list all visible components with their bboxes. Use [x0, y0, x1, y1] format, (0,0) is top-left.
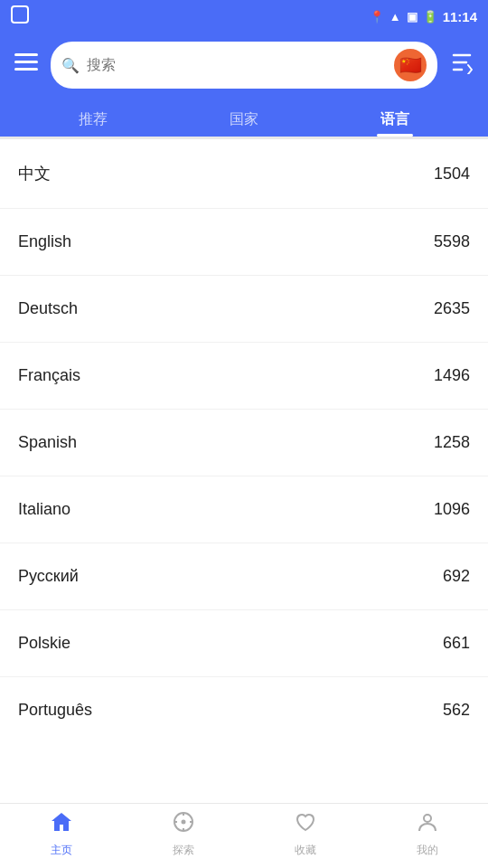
person-icon [416, 810, 439, 839]
nav-home-label: 主页 [51, 843, 72, 858]
language-count: 1258 [434, 433, 470, 452]
time-display: 11:14 [443, 9, 477, 24]
nav-favorite[interactable]: 收藏 [244, 810, 366, 862]
language-count: 661 [443, 634, 470, 653]
svg-point-8 [182, 821, 184, 824]
language-name: Deutsch [18, 299, 78, 318]
nav-home[interactable]: 主页 [0, 810, 122, 862]
wifi-icon: ▲ [389, 10, 401, 24]
location-icon: 📍 [370, 10, 384, 24]
menu-button[interactable] [11, 50, 42, 80]
sort-button[interactable] [446, 47, 477, 83]
status-square-icon [11, 5, 29, 26]
header: 🔍 🇨🇳 [0, 33, 488, 101]
language-name: Français [18, 366, 80, 385]
heart-icon [294, 810, 317, 839]
list-item[interactable]: Polskie 661 [0, 610, 488, 677]
language-name: Português [18, 701, 92, 720]
language-list: 中文 1504 English 5598 Deutsch 2635 França… [0, 139, 488, 797]
language-count: 1096 [434, 500, 470, 519]
language-name: 中文 [18, 163, 51, 184]
status-icons: 📍 ▲ ▣ 🔋 11:14 [370, 9, 477, 24]
tab-bar: 推荐 国家 语言 [0, 101, 488, 137]
list-item[interactable]: Deutsch 2635 [0, 276, 488, 343]
svg-point-13 [424, 815, 431, 822]
home-icon [50, 810, 73, 839]
list-item[interactable]: Français 1496 [0, 343, 488, 410]
nav-explore-label: 探索 [173, 843, 194, 858]
nav-explore[interactable]: 探索 [122, 810, 244, 862]
svg-rect-2 [14, 61, 38, 63]
tab-country[interactable]: 国家 [169, 101, 320, 137]
list-item[interactable]: English 5598 [0, 209, 488, 276]
flag-emoji: 🇨🇳 [399, 54, 422, 76]
signal-icon: ▣ [407, 10, 418, 24]
list-item[interactable]: Русский 692 [0, 543, 488, 610]
language-count: 5598 [434, 232, 470, 251]
list-item[interactable]: Português 562 [0, 677, 488, 743]
tab-language[interactable]: 语言 [319, 101, 470, 137]
nav-profile[interactable]: 我的 [366, 810, 488, 862]
list-item[interactable]: Spanish 1258 [0, 410, 488, 476]
nav-favorite-label: 收藏 [295, 843, 316, 858]
list-item[interactable]: 中文 1504 [0, 139, 488, 209]
language-count: 562 [443, 701, 470, 720]
language-name: Italiano [18, 500, 70, 519]
language-name: Русский [18, 567, 79, 586]
bottom-nav: 主页 探索 收藏 我的 [0, 803, 488, 868]
language-count: 2635 [434, 299, 470, 318]
language-name: Polskie [18, 634, 70, 653]
language-count: 692 [443, 567, 470, 586]
language-name: English [18, 232, 71, 251]
flag-button[interactable]: 🇨🇳 [394, 49, 427, 81]
language-name: Spanish [18, 433, 77, 452]
svg-rect-0 [12, 6, 28, 23]
search-bar[interactable]: 🔍 🇨🇳 [51, 42, 437, 89]
explore-icon [172, 810, 195, 839]
search-icon: 🔍 [61, 57, 80, 74]
battery-icon: 🔋 [423, 10, 437, 24]
nav-profile-label: 我的 [417, 843, 438, 858]
svg-rect-3 [14, 68, 38, 71]
tab-recommended[interactable]: 推荐 [18, 101, 169, 137]
language-count: 1496 [434, 366, 470, 385]
search-input[interactable] [87, 57, 387, 73]
list-item[interactable]: Italiano 1096 [0, 476, 488, 543]
language-count: 1504 [434, 165, 470, 184]
svg-rect-1 [14, 53, 38, 56]
status-bar: 📍 ▲ ▣ 🔋 11:14 [0, 0, 488, 33]
